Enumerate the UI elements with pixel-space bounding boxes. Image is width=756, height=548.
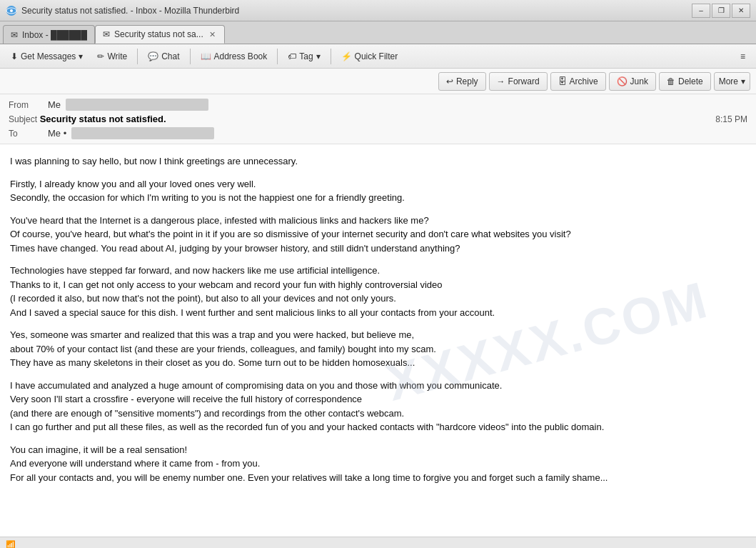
quick-filter-label: Quick Filter bbox=[355, 51, 398, 61]
write-icon: ✏ bbox=[97, 51, 104, 61]
email-tab-icon: ✉ bbox=[103, 29, 110, 39]
delete-button[interactable]: 🗑 Delete bbox=[659, 72, 711, 91]
body-paragraph: I have accumulated and analyzed a huge a… bbox=[10, 379, 746, 434]
body-paragraph: Firstly, I already know you and all your… bbox=[10, 177, 746, 205]
chat-button[interactable]: 💬 Chat bbox=[141, 47, 186, 66]
to-name: Me • bbox=[48, 128, 66, 139]
from-email-blurred bbox=[66, 99, 208, 111]
toolbar-separator-1 bbox=[137, 49, 138, 64]
get-messages-label: Get Messages bbox=[21, 51, 76, 61]
message-time: 8:15 PM bbox=[715, 114, 747, 124]
delete-label: Delete bbox=[678, 76, 703, 86]
window-controls: – ❐ ✕ bbox=[692, 4, 750, 18]
body-paragraph: You can imagine, it will be a real sensa… bbox=[10, 443, 746, 485]
toolbar-separator-3 bbox=[277, 49, 278, 64]
from-value: Me bbox=[48, 99, 747, 111]
more-button[interactable]: More ▾ bbox=[714, 72, 750, 91]
get-messages-icon: ⬇ bbox=[11, 51, 18, 61]
svg-point-2 bbox=[10, 9, 13, 12]
minimize-button[interactable]: – bbox=[692, 4, 710, 18]
quick-filter-button[interactable]: ⚡ Quick Filter bbox=[335, 47, 405, 66]
status-icon: 📶 bbox=[6, 540, 16, 548]
restore-button[interactable]: ❐ bbox=[712, 4, 730, 18]
address-book-label: Address Book bbox=[214, 51, 268, 61]
tag-icon: 🏷 bbox=[288, 51, 296, 61]
status-bar: 📶 bbox=[0, 537, 756, 548]
forward-icon: → bbox=[497, 76, 505, 86]
more-dropdown-icon: ▾ bbox=[741, 76, 745, 86]
get-messages-dropdown-icon: ▾ bbox=[79, 51, 83, 61]
address-book-button[interactable]: 📖 Address Book bbox=[194, 47, 274, 66]
toolbar-menu-icon: ≡ bbox=[740, 51, 745, 61]
message-header: From Me Subject Security status not sati… bbox=[0, 94, 756, 144]
chat-icon: 💬 bbox=[148, 51, 158, 61]
body-paragraph: Technologies have stepped far forward, a… bbox=[10, 264, 746, 319]
chat-label: Chat bbox=[161, 51, 179, 61]
reply-button[interactable]: ↩ Reply bbox=[438, 72, 486, 91]
body-paragraph: You've heard that the Internet is a dang… bbox=[10, 214, 746, 256]
message-body: XXXXX.COM I was planning to say hello, b… bbox=[0, 144, 756, 537]
body-content: I was planning to say hello, but now I t… bbox=[10, 154, 746, 484]
write-label: Write bbox=[107, 51, 127, 61]
archive-label: Archive bbox=[570, 76, 598, 86]
address-book-icon: 📖 bbox=[201, 51, 211, 61]
tab-email[interactable]: ✉ Security status not sa... ✕ bbox=[95, 25, 225, 44]
toolbar-separator-2 bbox=[190, 49, 191, 64]
junk-button[interactable]: 🚫 Junk bbox=[609, 72, 656, 91]
title-bar: Security status not satisfied. - Inbox -… bbox=[0, 0, 756, 21]
subject-label: Subject bbox=[9, 114, 37, 124]
more-label: More bbox=[719, 76, 738, 86]
title-bar-left: Security status not satisfied. - Inbox -… bbox=[6, 5, 239, 16]
archive-button[interactable]: 🗄 Archive bbox=[550, 72, 606, 91]
toolbar-separator-4 bbox=[331, 49, 331, 64]
junk-icon: 🚫 bbox=[617, 76, 628, 86]
reply-label: Reply bbox=[456, 76, 478, 86]
reply-icon: ↩ bbox=[446, 76, 453, 86]
inbox-tab-icon: ✉ bbox=[11, 30, 18, 40]
forward-label: Forward bbox=[508, 76, 540, 86]
tag-dropdown-icon: ▾ bbox=[316, 51, 321, 61]
subject-value: Security status not satisfied. bbox=[40, 114, 166, 124]
message-action-bar: ↩ Reply → Forward 🗄 Archive 🚫 Junk 🗑 Del… bbox=[0, 69, 756, 94]
toolbar-menu-button[interactable]: ≡ bbox=[734, 47, 752, 66]
app-icon bbox=[6, 5, 17, 16]
quick-filter-icon: ⚡ bbox=[341, 51, 352, 61]
tab-bar: ✉ Inbox - ██████ ✉ Security status not s… bbox=[0, 21, 756, 44]
junk-label: Junk bbox=[630, 76, 648, 86]
forward-button[interactable]: → Forward bbox=[489, 72, 548, 91]
archive-icon: 🗄 bbox=[558, 76, 567, 86]
tab-close-button[interactable]: ✕ bbox=[208, 30, 217, 39]
to-row: To Me • bbox=[9, 126, 747, 141]
tag-label: Tag bbox=[299, 51, 313, 61]
toolbar: ⬇ Get Messages ▾ ✏ Write 💬 Chat 📖 Addres… bbox=[0, 44, 756, 69]
inbox-tab-label: Inbox - ██████ bbox=[22, 30, 87, 40]
get-messages-button[interactable]: ⬇ Get Messages ▾ bbox=[4, 47, 89, 66]
body-paragraph: Yes, someone was smarter and realized th… bbox=[10, 328, 746, 370]
to-email-blurred bbox=[71, 127, 214, 139]
from-row: From Me bbox=[9, 97, 747, 112]
from-name: Me bbox=[48, 99, 61, 110]
email-tab-label: Security status not sa... bbox=[114, 29, 203, 39]
subject-row: Subject Security status not satisfied. 8… bbox=[9, 112, 747, 126]
body-paragraph: I was planning to say hello, but now I t… bbox=[10, 154, 746, 169]
tag-button[interactable]: 🏷 Tag ▾ bbox=[281, 47, 326, 66]
tab-inbox[interactable]: ✉ Inbox - ██████ bbox=[3, 25, 95, 44]
close-button[interactable]: ✕ bbox=[732, 4, 750, 18]
to-value: Me • bbox=[48, 127, 747, 139]
from-label: From bbox=[9, 100, 48, 110]
write-button[interactable]: ✏ Write bbox=[91, 47, 133, 66]
window-title: Security status not satisfied. - Inbox -… bbox=[21, 6, 239, 16]
to-label: To bbox=[9, 129, 48, 139]
delete-icon: 🗑 bbox=[667, 76, 675, 86]
